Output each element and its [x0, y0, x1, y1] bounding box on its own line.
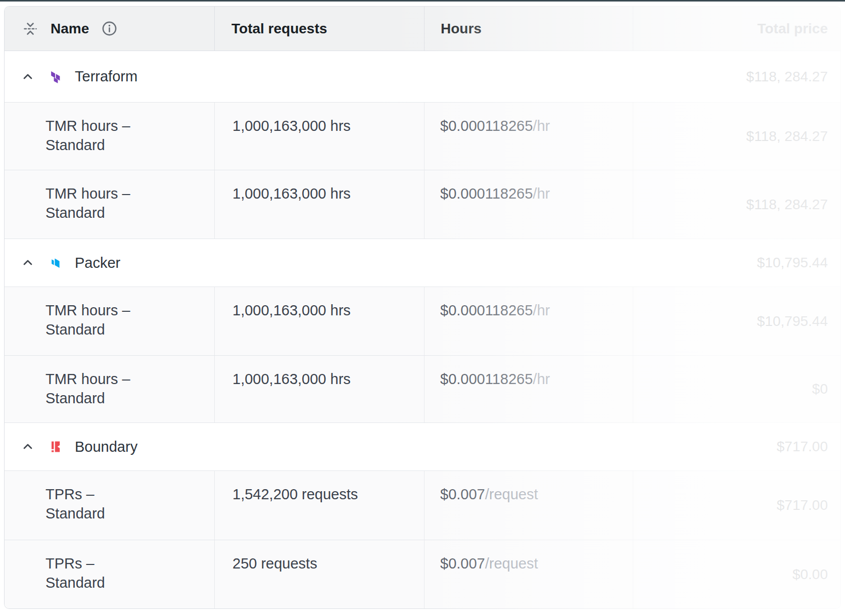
collapse-group-button[interactable] [21, 70, 34, 83]
row-name: TMR hours – Standard [5, 287, 215, 355]
group-total-price: $118, 284.27 [746, 69, 840, 85]
row-quantity: 1,000,163,000 hrs [215, 103, 425, 170]
packer-logo-icon [50, 256, 64, 270]
table-header-row: Name Total requests Hours Total price [5, 7, 840, 51]
table-row: TMR hours – Standard 1,000,163,000 hrs $… [5, 170, 840, 239]
row-rate: $0.007/request [425, 540, 633, 608]
row-quantity: 1,542,200 requests [215, 471, 425, 540]
row-total-price: $0 [633, 356, 840, 422]
collapse-group-button[interactable] [21, 256, 34, 269]
column-header-name: Name [5, 7, 215, 51]
terraform-logo-icon [50, 70, 64, 84]
row-total-price: $118, 284.27 [633, 170, 840, 239]
chevron-up-icon [21, 70, 34, 83]
column-header-total-price: Total price [633, 7, 840, 51]
boundary-logo-icon [50, 440, 64, 454]
row-quantity: 1,000,163,000 hrs [215, 287, 425, 355]
group-name: Boundary [75, 439, 137, 455]
usage-table: Name Total requests Hours Total price [4, 6, 841, 609]
row-quantity: 250 requests [215, 540, 425, 608]
name-column-label: Name [51, 21, 89, 37]
row-rate: $0.000118265/hr [425, 287, 633, 355]
row-total-price: $10,795.44 [633, 287, 840, 355]
row-name: TPRs – Standard [5, 471, 215, 540]
group-total-price: $717.00 [777, 439, 840, 455]
group-name: Terraform [75, 68, 137, 85]
column-header-total-requests: Total requests [215, 7, 425, 51]
collapse-group-button[interactable] [21, 440, 34, 453]
group-name: Packer [75, 255, 120, 271]
table-row: TPRs – Standard 1,542,200 requests $0.00… [5, 471, 840, 540]
row-name: TPRs – Standard [5, 540, 215, 608]
table-row: TMR hours – Standard 1,000,163,000 hrs $… [5, 287, 840, 356]
row-total-price: $118, 284.27 [633, 103, 840, 170]
column-header-hours: Hours [425, 7, 633, 51]
group-row-packer[interactable]: Packer $10,795.44 [5, 239, 840, 287]
row-name: TMR hours – Standard [5, 356, 215, 422]
row-quantity: 1,000,163,000 hrs [215, 356, 425, 422]
table-row: TMR hours – Standard 1,000,163,000 hrs $… [5, 356, 840, 423]
row-name: TMR hours – Standard [5, 103, 215, 170]
row-name: TMR hours – Standard [5, 170, 215, 239]
collapse-all-icon[interactable] [23, 21, 38, 36]
group-row-boundary[interactable]: Boundary $717.00 [5, 423, 840, 471]
group-total-price: $10,795.44 [757, 255, 840, 271]
table-row: TMR hours – Standard 1,000,163,000 hrs $… [5, 103, 840, 170]
chevron-up-icon [21, 440, 34, 453]
chevron-up-icon [21, 256, 34, 269]
top-accent-bar [0, 0, 845, 2]
group-row-terraform[interactable]: Terraform $118, 284.27 [5, 51, 840, 103]
table-row: TPRs – Standard 250 requests $0.007/requ… [5, 540, 840, 608]
row-rate: $0.000118265/hr [425, 356, 633, 422]
row-total-price: $717.00 [633, 471, 840, 540]
info-icon[interactable] [102, 21, 117, 36]
row-quantity: 1,000,163,000 hrs [215, 170, 425, 239]
row-rate: $0.000118265/hr [425, 103, 633, 170]
row-total-price: $0.00 [633, 540, 840, 608]
row-rate: $0.000118265/hr [425, 170, 633, 239]
row-rate: $0.007/request [425, 471, 633, 540]
